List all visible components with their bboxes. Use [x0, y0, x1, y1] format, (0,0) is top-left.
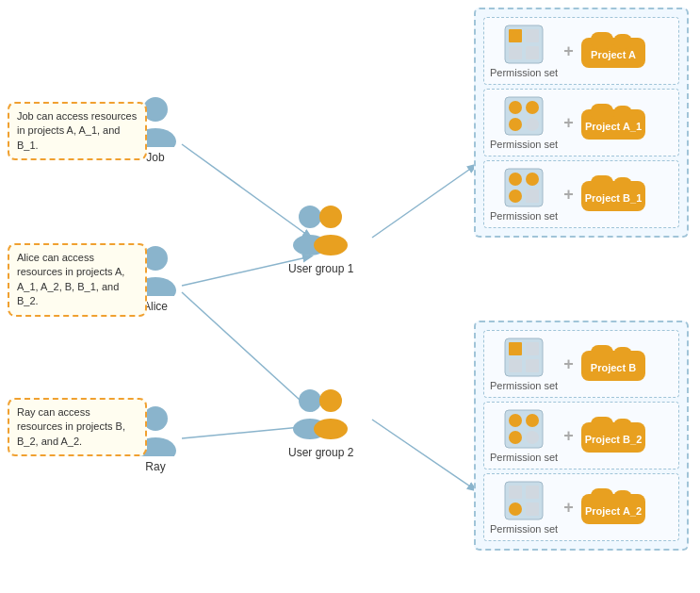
svg-rect-49 [526, 342, 539, 355]
perm-label-2-3: Permission set [490, 523, 558, 535]
svg-point-19 [314, 419, 348, 439]
svg-line-5 [372, 420, 476, 490]
tooltip-alice: Alice can access resources in projects A… [8, 243, 147, 317]
svg-rect-27 [613, 34, 632, 49]
svg-text:Project A_2: Project A_2 [585, 505, 642, 517]
grid-icon-4 [503, 337, 545, 378]
project-cloud-1: Project A [579, 30, 647, 72]
perm-item-1-3: Permission set + Project B_1 [483, 160, 679, 228]
user-group-1-label: User group 1 [288, 262, 353, 275]
grid-icon-3 [503, 167, 545, 208]
svg-rect-51 [526, 359, 539, 372]
plus-1-1: + [563, 41, 574, 61]
svg-text:Project A: Project A [591, 49, 636, 60]
perm-group-1: Permission set + Project A [474, 8, 689, 238]
project-cloud-2: Project A_1 [579, 102, 647, 143]
svg-point-12 [299, 206, 321, 228]
svg-point-57 [509, 414, 522, 427]
svg-text:Project B_2: Project B_2 [584, 434, 642, 445]
svg-rect-72 [613, 490, 632, 505]
tooltip-ray: Ray can access resources in projects B, … [8, 398, 147, 456]
svg-rect-67 [526, 486, 539, 499]
perm-label-2-2: Permission set [490, 452, 558, 463]
svg-rect-22 [526, 29, 539, 42]
plus-2-3: + [563, 498, 574, 518]
svg-point-16 [299, 389, 321, 412]
grid-icon-1 [503, 24, 545, 65]
svg-rect-56 [505, 410, 543, 448]
plus-2-2: + [563, 426, 574, 446]
user-group-2-label: User group 2 [288, 446, 353, 459]
svg-rect-50 [509, 359, 522, 372]
user-group-2: User group 2 [288, 382, 353, 459]
svg-rect-53 [591, 345, 613, 362]
svg-rect-62 [591, 417, 613, 434]
svg-rect-45 [613, 177, 632, 192]
person-ray-label: Ray [145, 460, 165, 473]
svg-line-4 [372, 165, 476, 238]
svg-point-41 [509, 189, 522, 203]
svg-text:Project B: Project B [591, 362, 636, 373]
svg-point-39 [509, 173, 522, 186]
svg-point-59 [509, 431, 522, 444]
svg-rect-44 [591, 175, 613, 192]
svg-rect-24 [526, 46, 539, 59]
svg-rect-35 [591, 104, 613, 121]
user-group-1: User group 1 [288, 198, 353, 275]
svg-rect-54 [613, 347, 632, 362]
svg-point-60 [526, 431, 539, 444]
grid-icon-5 [503, 408, 545, 450]
perm-item-1-1: Permission set + Project A [483, 17, 679, 85]
project-cloud-4: Project B [579, 343, 647, 385]
perm-label-1-1: Permission set [490, 67, 558, 78]
project-cloud-5: Project B_2 [579, 415, 647, 456]
svg-point-58 [526, 414, 539, 427]
perm-item-2-3: Permission set + Project A_2 [483, 473, 679, 541]
grid-icon-6 [503, 480, 545, 521]
svg-rect-23 [509, 46, 522, 59]
svg-rect-21 [509, 29, 522, 42]
svg-point-14 [319, 206, 342, 228]
svg-point-30 [509, 101, 522, 114]
svg-text:Project A_1: Project A_1 [585, 121, 642, 132]
plus-1-2: + [563, 113, 574, 133]
svg-rect-66 [509, 486, 522, 499]
diagram: Job Alice Ray Job can access resources i… [0, 0, 700, 593]
perm-label-2-1: Permission set [490, 380, 558, 391]
perm-item-2-1: Permission set + Project B [483, 330, 679, 398]
svg-point-18 [319, 389, 342, 412]
grid-icon-2 [503, 95, 545, 137]
plus-2-1: + [563, 354, 574, 374]
svg-rect-69 [526, 502, 539, 516]
perm-item-1-2: Permission set + Project A_1 [483, 89, 679, 156]
perm-item-2-2: Permission set + Project B_2 [483, 402, 679, 469]
svg-point-15 [314, 235, 348, 255]
svg-text:Project B_1: Project B_1 [584, 192, 642, 204]
project-cloud-3: Project B_1 [579, 173, 647, 215]
svg-rect-48 [509, 342, 522, 355]
project-cloud-6: Project A_2 [579, 486, 647, 528]
svg-point-31 [526, 101, 539, 114]
tooltip-job: Job can access resources in projects A, … [8, 102, 147, 160]
svg-rect-36 [613, 106, 632, 121]
plus-1-3: + [563, 185, 574, 205]
svg-rect-26 [591, 32, 613, 49]
svg-rect-63 [613, 419, 632, 434]
perm-label-1-3: Permission set [490, 210, 558, 222]
user-group-1-icon [291, 198, 351, 258]
svg-rect-29 [505, 97, 543, 135]
svg-point-40 [526, 173, 539, 186]
person-job-label: Job [146, 151, 164, 164]
perm-label-1-2: Permission set [490, 139, 558, 150]
user-group-2-icon [291, 382, 351, 442]
svg-rect-42 [526, 189, 539, 203]
svg-rect-71 [591, 488, 613, 505]
svg-point-32 [509, 118, 522, 131]
svg-point-68 [509, 502, 522, 516]
perm-group-2: Permission set + Project B [474, 321, 689, 551]
svg-point-33 [526, 118, 539, 131]
